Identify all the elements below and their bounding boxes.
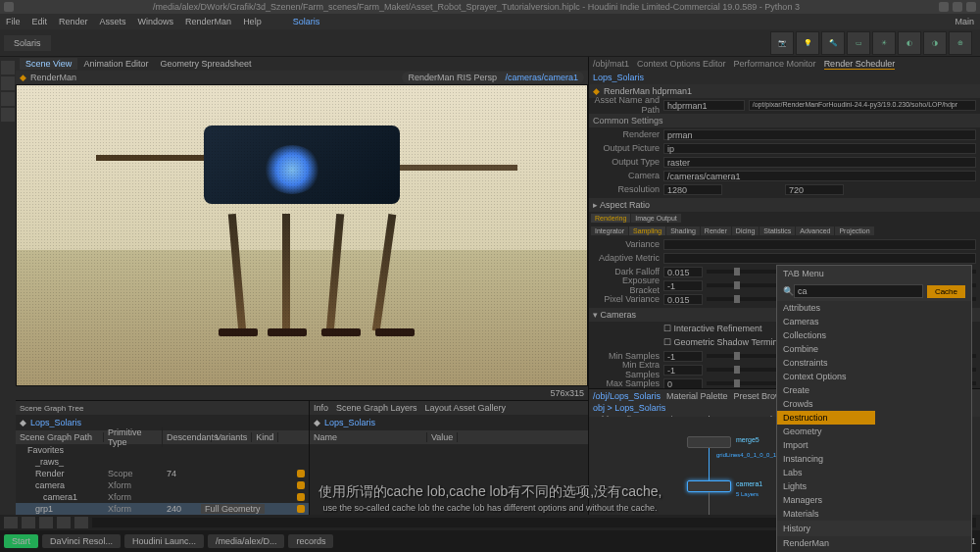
tab-menu-search[interactable] <box>794 284 923 298</box>
tab-geo-spreadsheet[interactable]: Geometry Spreadsheet <box>154 58 257 70</box>
desktop-main[interactable]: Main <box>955 17 974 26</box>
scale-tool-icon[interactable] <box>1 108 15 122</box>
rotate-tool-icon[interactable] <box>1 92 15 106</box>
window-title: /media/alex/DWork/Grafik/3d_Szenen/Farm_… <box>14 2 939 12</box>
viewport[interactable] <box>16 84 588 386</box>
viewport-header: ◆ RenderMan RenderMan RIS Persp /cameras… <box>16 71 588 84</box>
shelf-camera-icon[interactable]: 📷 <box>770 31 794 55</box>
tab-menu-item[interactable]: Cameras <box>777 315 875 328</box>
shelf-spotlight-icon[interactable]: 🔦 <box>821 31 845 55</box>
desktop-solaris[interactable]: Solaris <box>293 17 320 26</box>
maximize-button[interactable] <box>953 2 962 12</box>
tree-row: Favorites <box>16 444 309 456</box>
close-button[interactable] <box>966 2 976 12</box>
menu-windows[interactable]: Windows <box>138 17 174 26</box>
cache-result-button[interactable]: Cache <box>927 285 965 298</box>
play-button-icon[interactable] <box>39 517 53 528</box>
tab-menu-item[interactable]: Lights <box>777 479 875 493</box>
tree-row: camera1Xform <box>16 491 309 503</box>
shelf-pointlight-icon[interactable]: 💡 <box>796 31 819 55</box>
minimize-button[interactable] <box>939 2 949 12</box>
tab-menu-item[interactable]: Crowds <box>777 397 875 411</box>
titlebar: /media/alex/DWork/Grafik/3d_Szenen/Farm_… <box>0 0 980 14</box>
right-tabs: /obj/mat1 Context Options Editor Perform… <box>589 57 980 71</box>
taskbar-item[interactable]: Houdini Launc... <box>124 534 204 548</box>
shelf-icons: 📷 💡 🔦 ▭ ☀ ◐ ◑ ⊕ <box>770 31 980 55</box>
tab-menu-title: TAB Menu <box>783 269 824 278</box>
start-button[interactable]: Start <box>4 534 38 548</box>
history-header: History <box>777 521 971 536</box>
renderer-label: RenderMan <box>30 73 76 82</box>
tab-menu-item[interactable]: Geometry <box>777 425 875 438</box>
node-merge[interactable] <box>687 436 731 448</box>
shelf-arealight-icon[interactable]: ▭ <box>847 31 870 55</box>
tab-menu-item[interactable]: Combine <box>777 342 875 356</box>
menu-render[interactable]: Render <box>59 17 88 26</box>
taskbar-item[interactable]: /media/alex/D... <box>208 534 285 548</box>
node-camera[interactable] <box>687 480 731 492</box>
move-tool-icon[interactable] <box>1 76 15 90</box>
menu-help[interactable]: Help <box>243 17 262 26</box>
scenegraph-title: Scene Graph Tree <box>16 401 309 415</box>
menubar: File Edit Render Assets Windows RenderMa… <box>0 14 980 29</box>
viewport-toolbar <box>0 57 16 537</box>
tab-menu-list[interactable]: Attributes Cameras Collections Combine C… <box>777 301 875 517</box>
tab-scene-view[interactable]: Scene View <box>20 58 77 70</box>
tab-menu-item[interactable]: Instancing <box>777 452 875 466</box>
tab-objmat[interactable]: /obj/mat1 <box>593 59 629 69</box>
shelf-distantlight-icon[interactable]: ☀ <box>872 31 896 55</box>
viewport-footer: 576x315 <box>16 386 588 400</box>
menu-renderman[interactable]: RenderMan <box>185 17 231 26</box>
tab-menu-item[interactable]: Attributes <box>777 301 875 315</box>
tree-row: grp1Xform240Full Geometry <box>16 503 309 515</box>
tree-row: RenderScope74 <box>16 468 309 479</box>
tab-anim-editor[interactable]: Animation Editor <box>77 58 154 70</box>
history-item[interactable]: RenderMan <box>777 536 971 550</box>
select-tool-icon[interactable] <box>1 61 15 75</box>
tab-menu-item[interactable]: Context Options <box>777 370 875 383</box>
taskbar-item[interactable]: DaVinci Resol... <box>42 534 121 548</box>
tree-header: Scene Graph Path Primitive Type Descenda… <box>16 430 309 444</box>
menu-assets[interactable]: Assets <box>100 17 126 26</box>
play-start-icon[interactable] <box>4 517 18 528</box>
pane-tabs: Scene View Animation Editor Geometry Spr… <box>16 57 588 71</box>
play-prev-icon[interactable] <box>22 517 35 528</box>
play-next-icon[interactable] <box>57 517 71 528</box>
vp-stat: 576x315 <box>550 388 584 398</box>
tab-menu-item[interactable]: Collections <box>777 328 875 342</box>
tab-menu-popup: TAB Menu 🔍 Cache Attributes Cameras Coll… <box>776 265 972 552</box>
shelf-shadowlight-icon[interactable]: ◑ <box>923 31 947 55</box>
menu-edit[interactable]: Edit <box>32 17 48 26</box>
tree-row: cameraXform <box>16 479 309 491</box>
shelf-tab-solaris[interactable]: Solaris <box>4 35 51 51</box>
camera-pill[interactable]: RenderMan RIS Persp /cameras/camera1 <box>402 72 584 83</box>
tab-menu-item[interactable]: Destruction <box>777 411 875 425</box>
taskbar-item[interactable]: records <box>288 534 333 548</box>
tab-rendersched[interactable]: Render Scheduler <box>824 59 896 70</box>
shelf: Solaris 📷 💡 🔦 ▭ ☀ ◐ ◑ ⊕ <box>0 29 980 57</box>
tab-menu-item[interactable]: Materials <box>777 507 875 517</box>
tab-menu-item[interactable]: Managers <box>777 493 875 507</box>
timeline-track[interactable] <box>92 518 890 527</box>
tab-perfmon[interactable]: Performance Monitor <box>734 59 816 69</box>
tab-menu-item[interactable]: Import <box>777 438 875 452</box>
tab-context[interactable]: Context Options Editor <box>637 59 726 69</box>
tab-menu-item[interactable]: Create <box>777 383 875 397</box>
search-icon: 🔍 <box>783 286 794 296</box>
shelf-domelight-icon[interactable]: ◐ <box>898 31 921 55</box>
shelf-lightfilter-icon[interactable]: ⊕ <box>949 31 972 55</box>
play-end-icon[interactable] <box>74 517 88 528</box>
tree-row: _raws_ <box>16 456 309 468</box>
menu-file[interactable]: File <box>6 17 21 26</box>
tab-menu-item[interactable]: Constraints <box>777 356 875 370</box>
app-icon <box>4 2 14 12</box>
tab-menu-item[interactable]: Labs <box>777 466 875 479</box>
